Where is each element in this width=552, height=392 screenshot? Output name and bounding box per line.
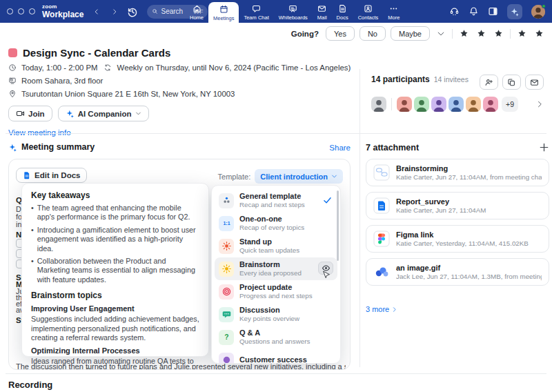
rsvp-yes-button[interactable]: Yes	[326, 26, 355, 41]
participant-avatar[interactable]	[448, 97, 464, 112]
template-option-brainstorm[interactable]: BrainstormEvery idea proposed	[215, 257, 337, 280]
sparkle-icon	[510, 7, 520, 17]
home-icon	[193, 4, 201, 13]
rsvp-chevron-down-icon[interactable]	[437, 30, 445, 38]
template-value: Client introduction	[260, 173, 328, 181]
attachment-meta: Jack Lee, Jun 27, 11:04AM, 1.3MB, from m…	[396, 273, 542, 281]
template-option-text: Project updateProgress and next steps	[239, 283, 313, 300]
template-option-text: One-on-oneRecap of every topics	[239, 215, 304, 232]
question-icon: ?	[219, 330, 234, 345]
participant-avatar[interactable]	[414, 97, 429, 112]
view-meeting-info-link[interactable]: View meeting info	[8, 128, 71, 137]
template-option-project-update[interactable]: Project updateProgress and next steps	[215, 280, 337, 303]
window-minimize-button[interactable]	[18, 8, 24, 14]
divider	[452, 29, 453, 39]
tab-home[interactable]: Home	[185, 0, 208, 23]
brand-zoom: zoom	[42, 4, 83, 10]
tab-contacts[interactable]: Contacts	[353, 0, 384, 23]
join-button[interactable]: Join	[8, 106, 52, 121]
divider	[391, 98, 392, 110]
doc-icon	[23, 171, 31, 179]
window-close-button[interactable]	[7, 8, 13, 14]
star-icon[interactable]	[460, 29, 469, 38]
history-icon[interactable]	[126, 6, 139, 18]
email-invite-button[interactable]	[525, 75, 544, 90]
ai-companion-button[interactable]	[507, 4, 522, 19]
template-option-customer-success[interactable]: Customer success	[215, 349, 337, 364]
attachment-text: BrainstormingKatie Carter, Jun 27, 11:04…	[396, 164, 542, 182]
participants-overflow-count[interactable]: +9	[502, 97, 518, 112]
template-option-desc: Recap of every topics	[239, 224, 304, 232]
template-option-one-on-one[interactable]: 1:1One-on-oneRecap of every topics	[215, 212, 337, 235]
figma-icon	[373, 231, 390, 247]
attachments-more-link[interactable]: 3 more	[366, 305, 397, 313]
side-panel-icon[interactable]	[488, 6, 498, 17]
rsvp-toolbar: Going? YesNoMaybe	[0, 23, 552, 44]
chevron-right-icon[interactable]	[535, 100, 544, 108]
takeaway-bullet: •Introducing a gamification element to b…	[31, 226, 199, 253]
rsvp-maybe-button[interactable]: Maybe	[391, 26, 430, 41]
key-takeaways-popup: Key takeaways •The team agreed that enha…	[21, 183, 209, 357]
tab-team-chat[interactable]: Team Chat	[239, 0, 273, 23]
attachment-report-survey[interactable]: Report_surveyKatie Carter, Jun 27, 11:04…	[366, 192, 549, 219]
check-icon	[323, 196, 332, 205]
add-attachment-icon[interactable]	[539, 142, 549, 153]
attachment-brainstorming[interactable]: BrainstormingKatie Carter, Jun 27, 11:04…	[366, 159, 549, 186]
join-label: Join	[28, 110, 45, 118]
section-divider	[6, 133, 546, 134]
template-option-text: Customer success	[239, 355, 307, 364]
participant-avatar[interactable]	[466, 97, 481, 112]
star-icon[interactable]	[518, 29, 526, 38]
takeaway-text: Introducing a gamification element to bo…	[37, 226, 199, 253]
attachment-text: an image.gifJack Lee, Jun 27, 11:04AM, 1…	[396, 264, 542, 281]
template-option-title: Stand up	[239, 237, 299, 246]
attachment-an-image-gif[interactable]: an image.gifJack Lee, Jun 27, 11:04AM, 1…	[366, 258, 549, 286]
tab-whiteboards[interactable]: Whiteboards	[274, 0, 313, 23]
tab-label: Contacts	[358, 14, 379, 21]
brainstorm-subtopic-body: Suggestions included adding achievement …	[31, 315, 199, 342]
participant-avatar[interactable]	[397, 97, 412, 112]
add-participant-button[interactable]	[480, 75, 498, 90]
rsvp-no-button[interactable]: No	[359, 26, 386, 41]
invitees-count: 14 invitees	[434, 75, 469, 84]
template-option-general-template[interactable]: General templateRecap and next steps	[215, 189, 337, 212]
tab-meetings[interactable]: Meetings	[208, 2, 239, 23]
participant-avatar[interactable]	[431, 97, 446, 112]
meeting-address: Tsurutontan Union Square 21 E 16th St, N…	[21, 90, 235, 98]
star-icon[interactable]	[477, 29, 486, 38]
template-option-text: DiscussionKey points overview	[239, 306, 299, 323]
share-link[interactable]: Share	[329, 144, 351, 152]
participant-avatar[interactable]	[371, 97, 386, 112]
user-avatar[interactable]	[531, 5, 545, 19]
star-icon[interactable]	[494, 29, 503, 38]
forward-icon[interactable]	[111, 8, 118, 15]
notifications-bell-icon[interactable]	[469, 6, 479, 17]
participant-avatar[interactable]	[483, 97, 498, 112]
ai-companion-dropdown-button[interactable]: AI Companion	[58, 106, 149, 121]
chevron-down-icon	[331, 173, 337, 179]
template-option-desc: Questions and answers	[239, 337, 310, 346]
copy-invite-button[interactable]	[502, 75, 521, 90]
chevron-down-icon	[135, 110, 141, 117]
phone-headset-icon[interactable]	[449, 6, 460, 17]
tab-mail[interactable]: Mail	[313, 0, 332, 23]
star-icon[interactable]	[535, 29, 544, 38]
dropdown-scrollbar[interactable]	[337, 190, 339, 261]
attachment-figma-link[interactable]: Figma linkKatie Carter, Yesterday, 11:04…	[366, 225, 549, 253]
back-icon[interactable]	[93, 8, 100, 15]
tab-label: Whiteboards	[279, 14, 308, 21]
template-option-stand-up[interactable]: Stand upQuick team updates	[215, 235, 337, 257]
tab-docs[interactable]: Docs	[332, 0, 353, 23]
bullet-dot-icon: •	[31, 257, 34, 284]
tab-more[interactable]: More	[383, 0, 404, 23]
window-zoom-button[interactable]	[29, 8, 35, 14]
edit-in-docs-button[interactable]: Edit in Docs	[16, 168, 87, 183]
docs-icon	[338, 4, 347, 13]
template-select[interactable]: Client introduction	[255, 169, 343, 184]
svg-text:?: ?	[224, 333, 228, 341]
template-option-desc: Recap and next steps	[239, 201, 305, 209]
meeting-title: Design Sync - Calendar Cards	[23, 47, 170, 59]
template-option-q-a[interactable]: ?Q & AQuestions and answers	[215, 326, 337, 349]
template-option-discussion[interactable]: DiscussionKey points overview	[215, 303, 337, 326]
template-option-title: General template	[239, 192, 305, 201]
